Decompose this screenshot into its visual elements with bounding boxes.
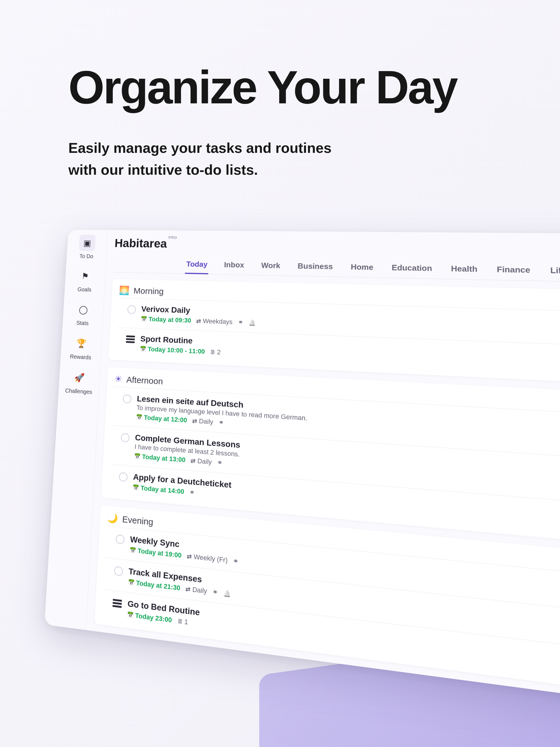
tab-today[interactable]: Today xyxy=(185,256,209,274)
task-repeat: Daily xyxy=(185,585,207,595)
inbox-icon: ▣ xyxy=(83,238,91,248)
share-icon xyxy=(238,318,243,326)
tab-work[interactable]: Work xyxy=(260,257,282,276)
share-icon xyxy=(212,588,218,597)
task-checkbox[interactable] xyxy=(127,305,136,314)
task-due: Today 10:00 - 11:00 xyxy=(140,345,205,356)
sidebar-item-challenges[interactable]: 🚀Challenges xyxy=(58,368,100,396)
sidebar-item-label: Rewards xyxy=(70,353,91,361)
subtask-count: 2 xyxy=(210,348,221,356)
morning-icon: 🌅 xyxy=(119,285,130,295)
share-icon xyxy=(217,459,223,467)
rocket-icon: 🚀 xyxy=(74,372,84,383)
evening-icon: 🌙 xyxy=(107,512,118,524)
sidebar-item-goals[interactable]: ⚑Goals xyxy=(65,267,105,293)
task-repeat: Weekly (Fr) xyxy=(187,552,228,565)
task-due: Today at 12:00 xyxy=(136,413,187,424)
afternoon-icon: ☀ xyxy=(114,374,122,384)
subtask-count: 1 xyxy=(177,617,188,626)
tab-education[interactable]: Education xyxy=(390,259,433,279)
sidebar-item-label: Challenges xyxy=(65,387,93,396)
tab-business[interactable]: Business xyxy=(296,257,334,277)
share-icon xyxy=(233,557,239,566)
share-icon xyxy=(219,419,224,427)
task-checkbox[interactable] xyxy=(119,472,128,482)
section-title: Morning xyxy=(133,286,164,296)
section-title: Afternoon xyxy=(126,375,163,386)
tab-inbox[interactable]: Inbox xyxy=(223,256,246,275)
task-checkbox[interactable] xyxy=(114,566,123,576)
task-repeat: Daily xyxy=(190,457,212,466)
routine-icon xyxy=(112,599,122,608)
share-icon xyxy=(189,488,195,497)
sidebar-item-label: To Do xyxy=(79,253,94,260)
page-title: Organize Your Day xyxy=(68,63,492,112)
section-title: Evening xyxy=(122,514,153,527)
trophy-icon: 🏆 xyxy=(76,338,86,348)
sidebar-item-label: Goals xyxy=(77,286,92,293)
bell-icon xyxy=(248,319,256,327)
app-window: ▣To Do⚑Goals◯Stats🏆Rewards🚀Challenges Ha… xyxy=(45,230,560,710)
task-repeat: Weekdays xyxy=(196,317,233,326)
tab-finance[interactable]: Finance xyxy=(495,260,532,281)
task-content: 🌅MorningVerivox DailyToday at 09:30Weekd… xyxy=(86,272,560,711)
circle-icon: ◯ xyxy=(78,304,88,314)
tab-health[interactable]: Health xyxy=(450,260,479,280)
sidebar-item-to-do[interactable]: ▣To Do xyxy=(67,235,107,260)
brand-logo: Habitarea PRO xyxy=(114,236,167,251)
tab-home[interactable]: Home xyxy=(350,258,375,277)
bell-icon xyxy=(223,589,231,598)
page-subtitle: Easily manage your tasks and routines wi… xyxy=(68,137,492,181)
task-due: Today at 13:00 xyxy=(134,452,186,464)
flag-icon: ⚑ xyxy=(81,271,89,281)
sidebar-item-rewards[interactable]: 🏆Rewards xyxy=(60,334,102,361)
sidebar-item-stats[interactable]: ◯Stats xyxy=(62,301,104,327)
task-checkbox[interactable] xyxy=(121,433,130,442)
task-checkbox[interactable] xyxy=(123,394,131,404)
brand-pro-badge: PRO xyxy=(169,235,177,240)
tab-lifestyle[interactable]: Lifestyle xyxy=(549,261,560,282)
task-checkbox[interactable] xyxy=(116,534,125,544)
routine-icon xyxy=(126,335,135,343)
task-repeat: Daily xyxy=(192,417,213,426)
sidebar-item-label: Stats xyxy=(76,319,89,327)
task-due: Today at 09:30 xyxy=(141,315,191,325)
